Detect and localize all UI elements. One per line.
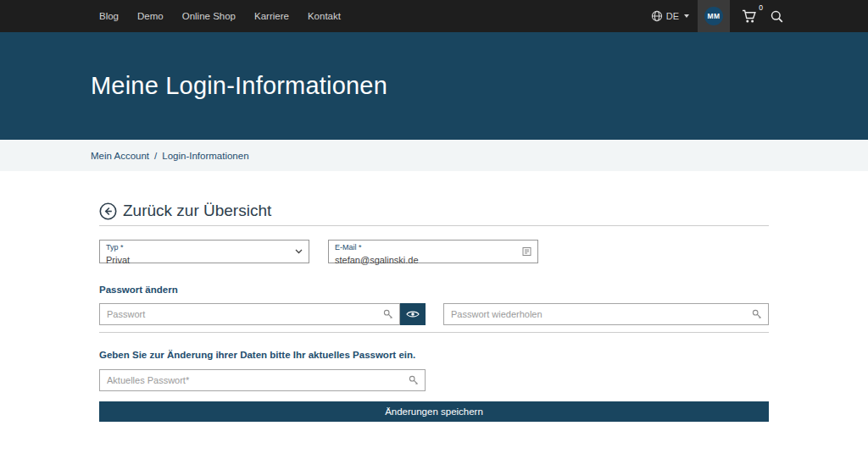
key-icon [409,375,419,385]
hero-banner: Meine Login-Informationen [0,32,868,140]
breadcrumb-item-login-informationen[interactable]: Login-Informationen [162,151,248,161]
cart-icon [742,9,758,24]
topbar-right: DE MM 0 [651,0,783,32]
key-icon [383,309,393,319]
main-nav: Blog Demo Online Shop Karriere Kontakt [99,0,341,32]
email-field[interactable] [335,255,517,266]
cart-button[interactable]: 0 [742,9,758,24]
typ-selected-value: Privat [106,255,130,265]
current-password-wrap [99,369,426,391]
email-label: E-Mail * [335,243,517,252]
chevron-down-icon [295,249,303,254]
nav-item-demo[interactable]: Demo [137,0,164,32]
email-field-box: E-Mail * [328,240,538,263]
search-icon [771,10,783,23]
nav-item-online-shop[interactable]: Online Shop [182,0,236,32]
language-selector[interactable]: DE [651,10,689,22]
avatar: MM [704,7,723,25]
breadcrumb-item-mein-account[interactable]: Mein Account [91,151,149,161]
back-arrow-icon [99,202,117,220]
current-password-instruction: Geben Sie zur Änderung ihrer Daten bitte… [99,350,769,360]
password-repeat-wrap [443,303,769,325]
typ-select[interactable]: Typ * Privat [99,240,309,263]
password-fields-row [99,303,769,325]
breadcrumb-separator: / [154,151,157,161]
section-divider [99,332,769,333]
nav-item-karriere[interactable]: Karriere [254,0,289,32]
language-code: DE [666,11,679,21]
eye-icon [406,310,420,318]
main-content: Zurück zur Übersicht Typ * Privat E-Mail… [99,202,769,422]
contact-card-icon [522,246,531,257]
page-title: Meine Login-Informationen [91,72,387,100]
cart-count-badge: 0 [759,3,763,12]
nav-item-blog[interactable]: Blog [99,0,119,32]
show-password-button[interactable] [400,303,426,325]
account-menu-button[interactable]: MM [698,0,730,32]
globe-icon [651,10,663,22]
current-password-input[interactable] [99,369,426,391]
key-icon [752,309,762,319]
password-field-wrap [99,303,426,325]
save-changes-button[interactable]: Änderungen speichern [99,401,769,422]
password-repeat-input[interactable] [443,303,769,325]
caret-down-icon [684,14,689,18]
account-fields-row: Typ * Privat E-Mail * [99,240,769,263]
password-input[interactable] [99,303,400,325]
back-to-overview-link[interactable]: Zurück zur Übersicht [99,202,769,226]
nav-item-kontakt[interactable]: Kontakt [308,0,341,32]
search-button[interactable] [771,10,783,23]
password-section-title: Passwort ändern [99,285,769,295]
breadcrumb: Mein Account / Login-Informationen [0,140,868,171]
topbar: Blog Demo Online Shop Karriere Kontakt D… [0,0,868,32]
typ-label: Typ * [106,243,288,252]
back-link-label: Zurück zur Übersicht [123,202,271,220]
